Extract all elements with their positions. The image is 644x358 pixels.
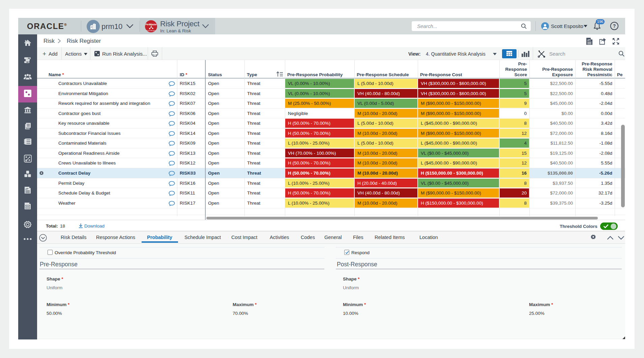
svg-text:PertMaster: PertMaster xyxy=(145,23,157,26)
svg-text:Project Analytics: Project Analytics xyxy=(146,30,156,31)
svg-text:?: ? xyxy=(613,23,616,29)
